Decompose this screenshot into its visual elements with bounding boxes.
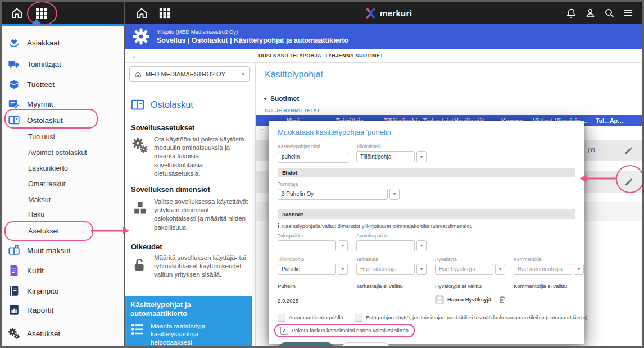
esta-pohjan-kaytto-checkbox[interactable] — [355, 314, 362, 322]
active-menu-caret — [31, 19, 42, 24]
apps-grid-icon[interactable] — [35, 6, 48, 20]
search-icon[interactable] — [604, 7, 615, 19]
sidebar-subitem-haku[interactable]: Haku — [28, 208, 44, 221]
filters-toggle[interactable]: ▼ Suotimet — [263, 95, 299, 103]
kommentoija-search-select[interactable]: Hae kommentoijia — [514, 264, 572, 275]
brand-logo: merkuri — [365, 2, 412, 24]
group-collapse-toggle[interactable]: − — [260, 126, 264, 134]
sidebar-item-myynnit[interactable]: Myynnit — [8, 96, 53, 112]
filters-label: Suotimet — [270, 95, 299, 103]
user-account-icon[interactable] — [584, 7, 596, 19]
template-name-input[interactable] — [278, 152, 348, 163]
chevron-down-icon[interactable]: ▾ — [495, 264, 505, 275]
sidebar-subitem-label: Omat laskut — [28, 180, 66, 188]
list-icon — [130, 322, 145, 346]
sidebar-item-toimittajat[interactable]: Toimittajat — [8, 56, 61, 72]
sidebar-item-label: Kirjanpito — [27, 287, 58, 295]
purchase-invoices-icon — [130, 98, 145, 112]
column-header-tulospaikka[interactable]: Tul… — [596, 117, 610, 124]
context-header: Ylläpito (MED Mediamaestro2 Oy) Sovellus… — [125, 24, 642, 49]
sidebar-item-kirjanpito[interactable]: Kirjanpito — [8, 283, 58, 299]
section-kasittelypohjat-active[interactable]: Käsittelypohjat ja automaattikierto Määr… — [125, 296, 252, 346]
chevron-down-icon[interactable]: ▾ — [416, 240, 427, 251]
home-icon[interactable] — [10, 6, 24, 20]
column-header-apu[interactable]: Ap… — [610, 117, 624, 124]
clear-filters-button[interactable]: TYHJENNÄ SUOTIMET — [325, 53, 383, 58]
tiliointipohja-select[interactable]: Puhelin — [278, 264, 336, 275]
company-name: MED MEDIAMAESTRO2 OY — [146, 71, 238, 77]
tulospaikka-label: Tulospaikka — [278, 233, 356, 239]
close-groupings-link[interactable]: SULJE RYHMITTELYT — [265, 108, 320, 113]
toolbar: ← UUSI KÄSITTELYPOHJA TYHJENNÄ SUOTIMET — [125, 49, 642, 63]
chevron-down-icon[interactable]: ▾ — [416, 264, 427, 275]
sidebar-subitem-label: Laskunkierto — [28, 164, 68, 172]
page-title: Käsittelypohjat — [265, 70, 323, 80]
force-review-checkbox-row: ✓ Pakota laskun katselmointi ennen valmi… — [274, 324, 415, 337]
section-title-sovellusasetukset[interactable]: Sovellusasetukset — [131, 123, 194, 132]
back-arrow-button[interactable]: ← — [131, 51, 140, 60]
sidebar-subitem-omat-laskut[interactable]: Omat laskut — [28, 177, 66, 191]
chevron-down-icon[interactable]: ▾ — [338, 264, 348, 275]
chevron-down-icon[interactable]: ▾ — [416, 151, 427, 162]
sidebar-item-kuitit[interactable]: Kuitit — [8, 263, 44, 278]
notifications-bell-icon[interactable] — [565, 7, 577, 19]
sidebar-item-raportit[interactable]: Raportit — [8, 302, 53, 318]
tiliointipohja-label: Tiliöintipohja — [278, 257, 356, 262]
supplier-select[interactable]: 3 Puhelin Oy — [278, 189, 388, 200]
document-edit-icon — [8, 98, 20, 110]
hamburger-menu-icon[interactable] — [623, 7, 634, 19]
chevron-down-icon: ▾ — [242, 71, 244, 77]
accounting-model-select[interactable]: Tiliöintipohja — [356, 151, 415, 162]
esta-pohjan-kaytto-checkbox-label: Estä pohjan käyttö, jos toimittajan pank… — [366, 314, 587, 320]
supplier-field-label: Toimittaja — [278, 181, 575, 187]
edit-pencil-icon[interactable] — [624, 177, 633, 187]
sidebar-item-label: Toimittajat — [27, 60, 61, 68]
trash-icon[interactable] — [498, 295, 506, 304]
section-description: Valitse sovelluksessa käytettävät yrityk… — [154, 198, 250, 232]
tarkastaja-search-select[interactable]: Hae tarkastaja — [356, 264, 415, 275]
top-bar: merkuri — [125, 2, 642, 24]
sidebar-subitem-asetukset[interactable]: Asetukset — [28, 225, 59, 238]
apps-grid-icon[interactable] — [158, 7, 171, 19]
chevron-down-icon[interactable]: ▾ — [574, 264, 584, 275]
tulospaikka-select[interactable] — [278, 240, 336, 251]
new-template-button[interactable]: UUSI KÄSITTELYPOHJA — [258, 53, 321, 58]
edit-pencil-icon[interactable] — [624, 146, 633, 155]
selected-template-name: Puhelin — [278, 283, 296, 289]
sidebar-item-tuotteet[interactable]: Tuotteet — [8, 76, 55, 92]
context-subtitle: Ylläpito (MED Mediamaestro2 Oy) — [157, 29, 348, 35]
chevron-down-icon[interactable]: ▾ — [338, 240, 348, 251]
panel-divider — [129, 91, 245, 91]
app-window: Asiakkaat Toimittajat Tuotteet Myynnit O… — [0, 0, 644, 348]
template-date: 2.9.2025 — [278, 297, 298, 304]
force-review-checkbox[interactable]: ✓ — [280, 327, 288, 335]
no-approvers-text: Hyväksyjiä ei valittu — [435, 283, 482, 289]
section-title-oikeudet[interactable]: Oikeudet — [131, 242, 162, 251]
other-payments-icon — [8, 244, 20, 257]
sidebar-subitem-tuo-uusi[interactable]: Tuo uusi — [28, 130, 55, 144]
automaattikierto-checkbox[interactable] — [278, 314, 285, 322]
kommentoija-label: Kommentoija — [514, 257, 584, 262]
home-icon[interactable] — [135, 6, 148, 20]
open-box-icon — [8, 78, 20, 90]
sidebar-top-bar — [2, 2, 124, 24]
sidebar-subitem-laskunkierto[interactable]: Laskunkierto — [28, 162, 68, 175]
section-title-dimensiot[interactable]: Sovelluksen dimensiot — [131, 185, 210, 194]
company-selector[interactable]: MED MEDIAMAESTRO2 OY ▾ — [129, 66, 250, 82]
sidebar-item-label: Tuotteet — [27, 80, 55, 89]
section-description: Määritä sovelluksen käyttäjä- tai ryhmäk… — [154, 254, 250, 280]
breadcrumb: Sovellus | Ostolaskut | Käsittelypohjat … — [157, 36, 348, 44]
hyvaksyja-search-select[interactable]: Hae hyväksyjä — [435, 264, 493, 275]
sidebar-subitem-avoimet-ostolaskut[interactable]: Avoimet ostolaskut — [28, 146, 87, 159]
sidebar-item-ostolaskut[interactable]: Ostolaskut — [8, 112, 63, 128]
rules-section-header: Säännöt — [278, 209, 575, 219]
chevron-down-icon[interactable]: ▾ — [389, 189, 400, 200]
aputulospaikka-select[interactable] — [356, 240, 415, 251]
sidebar-item-muut-maksut[interactable]: Muut maksut — [8, 242, 70, 258]
save-button[interactable]: TALLENNA — [278, 342, 335, 348]
ledger-book-icon — [8, 285, 20, 297]
cancel-button[interactable]: PERUUTA — [341, 342, 391, 348]
sidebar-subitem-maksut[interactable]: Maksut — [28, 193, 51, 207]
sidebar-item-asiakkaat[interactable]: Asiakkaat — [8, 35, 60, 51]
sidebar-item-asetukset-footer[interactable]: Asetukset — [8, 326, 60, 341]
